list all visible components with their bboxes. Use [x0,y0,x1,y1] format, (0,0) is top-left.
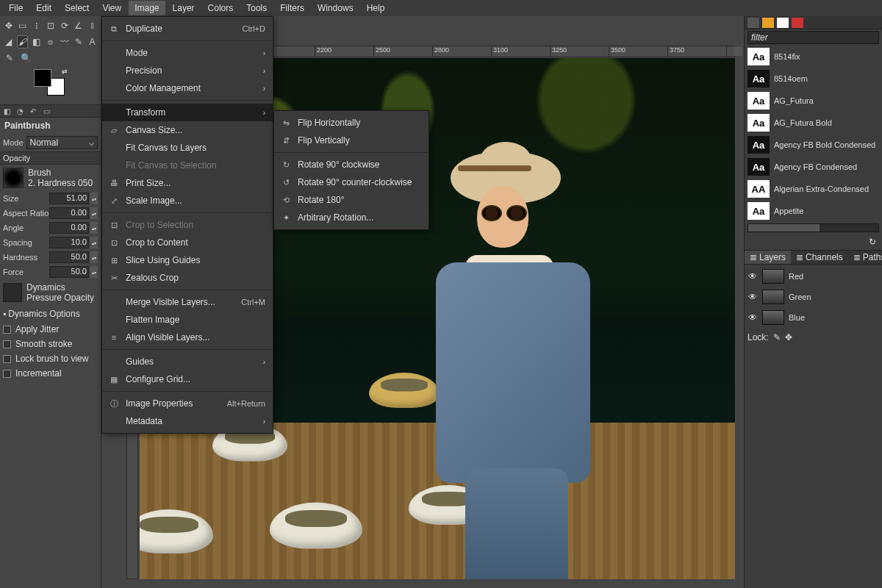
spinner[interactable]: ▴▾ [90,266,98,278]
tab-channels[interactable]: ≣Channels [791,251,848,264]
menu-item-merge-visible-layers-[interactable]: Merge Visible Layers...Ctrl+M [102,293,273,311]
path-tool[interactable]: ✎ [73,35,84,49]
lock-position-icon[interactable]: ✥ [785,332,792,343]
menu-item-zealous-crop[interactable]: ✂Zealous Crop [102,269,273,287]
channel-row[interactable]: 👁Red [745,266,882,287]
visibility-eye-icon[interactable]: 👁 [747,312,758,323]
font-item[interactable]: AaAG_Futura [745,90,882,112]
tab-layers[interactable]: ≣Layers [745,251,791,264]
dock-tab-icon[interactable] [762,18,774,28]
check-smooth-stroke[interactable]: Smooth stroke [0,337,101,351]
font-item[interactable]: Aa8514oem [745,68,882,90]
bucket-tool[interactable]: ◢ [3,35,14,49]
font-item[interactable]: AaAgency FB Bold Condensed [745,134,882,156]
spinner[interactable]: ▴▾ [90,222,98,234]
rect-select-tool[interactable]: ▭ [17,19,28,32]
images-tab-icon[interactable]: ▭ [41,106,51,116]
dynamics-thumbnail[interactable] [3,283,22,302]
menu-item-transform[interactable]: Transform› [102,104,273,121]
menu-item-rotate-counter-clockwise[interactable]: ↺Rotate 90° counter-clockwise [274,173,429,191]
menu-item-align-visible-layers-[interactable]: ≡Align Visible Layers... [102,329,273,346]
font-item[interactable]: AaAppetite [745,200,882,222]
eraser-tool[interactable]: ◧ [31,35,42,49]
move-tool[interactable]: ✥ [3,19,14,32]
menu-item-print-size-[interactable]: 🖶Print Size... [102,174,273,192]
spinner[interactable]: ▴▾ [90,251,98,263]
menu-help[interactable]: Help [361,1,391,15]
channel-row[interactable]: 👁Blue [745,307,882,328]
menu-item-crop-to-content[interactable]: ⊡Crop to Content [102,234,273,251]
menu-item-image-properties[interactable]: ⓘImage PropertiesAlt+Return [102,395,273,412]
menu-item-arbitrary-rotation-[interactable]: ✦Arbitrary Rotation... [274,209,429,226]
menu-layer[interactable]: Layer [167,1,201,15]
menu-image[interactable]: Image [129,1,165,15]
fg-color-swatch[interactable] [34,69,51,87]
visibility-eye-icon[interactable]: 👁 [747,271,758,282]
tool-options-tab-icon[interactable]: ◧ [1,106,12,116]
text-tool[interactable]: A [87,35,98,49]
align-tool[interactable]: ⫴ [87,19,98,32]
menu-item-metadata[interactable]: Metadata› [102,412,273,430]
dock-tab-icon[interactable] [792,18,803,28]
free-select-tool[interactable]: ⫶ [31,19,42,32]
quick-mask-icon[interactable] [734,47,742,56]
font-scrollbar[interactable] [747,223,879,232]
clone-tool[interactable]: ⌾ [45,35,56,49]
menu-item-color-management[interactable]: Color Management› [102,79,273,97]
font-item[interactable]: AaAG_Futura Bold [745,112,882,134]
spinner[interactable]: ▴▾ [90,237,98,248]
number-input[interactable]: 50.0 [49,266,89,278]
font-item[interactable]: AaAgency FB Condensed [745,156,882,178]
font-item[interactable]: AAAlgerian Extra-Condensed [745,178,882,200]
font-filter-input[interactable]: filter [747,31,879,44]
menu-file[interactable]: File [3,1,29,15]
smudge-tool[interactable]: 〰 [59,35,70,49]
menu-item-rotate-[interactable]: ⟲Rotate 180° [274,191,429,209]
swap-colors-icon[interactable]: ⇄ [62,68,68,75]
font-item[interactable]: Aa8514fix [745,46,882,68]
picker-tool[interactable]: ✎ [3,51,16,65]
visibility-eye-icon[interactable]: 👁 [747,292,758,302]
menu-edit[interactable]: Edit [30,1,57,15]
zoom-tool[interactable]: 🔍 [19,51,32,65]
spinner[interactable]: ▴▾ [90,207,98,219]
menu-item-flip-vertically[interactable]: ⇵Flip Vertically [274,132,429,149]
menu-view[interactable]: View [96,1,127,15]
paintbrush-tool[interactable]: 🖌 [17,35,28,49]
menu-filters[interactable]: Filters [274,1,310,15]
menu-item-flip-horizontally[interactable]: ⇋Flip Horizontally [274,114,429,132]
color-swatches[interactable]: ⇄ [31,68,68,97]
fonts-tab-icon[interactable] [777,18,789,28]
mode-select[interactable]: Normal ⌵ [26,136,98,149]
menu-item-rotate-clockwise[interactable]: ↻Rotate 90° clockwise [274,156,429,173]
number-input[interactable]: 0.00 [49,222,89,234]
check-lock-brush-to-view[interactable]: Lock brush to view [0,351,101,366]
number-input[interactable]: 51.00 [49,193,89,204]
menu-item-canvas-size-[interactable]: ▱Canvas Size... [102,121,273,139]
lock-brush-icon[interactable]: ✎ [773,332,781,343]
menu-item-guides[interactable]: Guides› [102,353,273,370]
refresh-icon[interactable]: ↻ [869,237,876,247]
measure-tool[interactable]: ∠ [73,19,84,32]
number-input[interactable]: 10.0 [49,237,89,248]
menu-item-duplicate[interactable]: ⧉DuplicateCtrl+D [102,20,273,37]
channel-row[interactable]: 👁Green [745,287,882,307]
menu-item-mode[interactable]: Mode› [102,44,273,62]
dynamics-options-expander[interactable]: ▪ Dynamics Options [0,306,101,322]
menu-tools[interactable]: Tools [240,1,273,15]
menu-item-scale-image-[interactable]: ⤢Scale Image... [102,192,273,209]
menu-item-configure-grid-[interactable]: ▦Configure Grid... [102,370,273,388]
rotate-tool[interactable]: ⟳ [59,19,70,32]
check-apply-jitter[interactable]: Apply Jitter [0,322,101,337]
number-input[interactable]: 50.0 [49,251,89,263]
menu-item-precision[interactable]: Precision› [102,62,273,79]
spinner[interactable]: ▴▾ [90,193,98,204]
crop-tool[interactable]: ⊡ [45,19,56,32]
dock-tab-icon[interactable] [747,18,759,28]
menu-item-slice-using-guides[interactable]: ⊞Slice Using Guides [102,251,273,269]
menu-colors[interactable]: Colors [202,1,240,15]
check-incremental[interactable]: Incremental [0,366,101,381]
menu-select[interactable]: Select [59,1,95,15]
menu-item-flatten-image[interactable]: Flatten Image [102,311,273,329]
menu-windows[interactable]: Windows [312,1,359,15]
